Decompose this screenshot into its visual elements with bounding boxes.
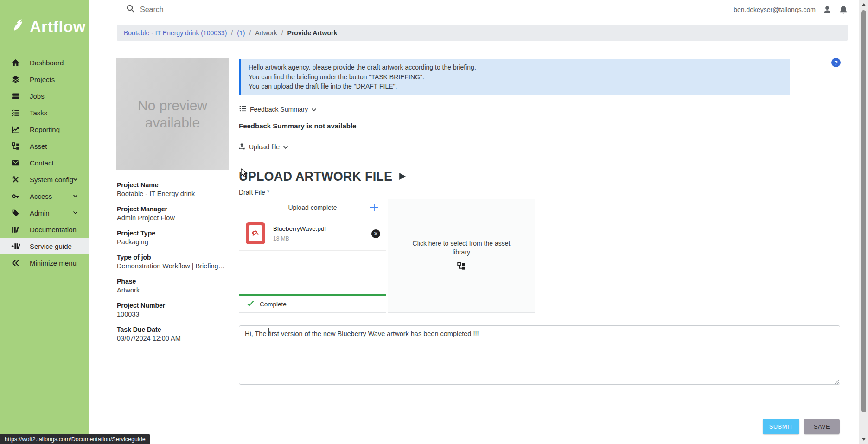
- file-uploader-panel: Upload complete BlueberryWave.pdf 18 MB …: [239, 199, 386, 313]
- submit-button[interactable]: SUBMIT: [763, 419, 799, 434]
- save-button[interactable]: SAVE: [804, 419, 840, 434]
- search-input[interactable]: [140, 6, 335, 14]
- pdf-file-icon: [246, 222, 265, 244]
- sidebar-item-label: Asset: [30, 142, 47, 150]
- upload-status-text: Upload complete: [288, 204, 337, 211]
- user-icon[interactable]: [823, 5, 832, 14]
- upload-file-toggle[interactable]: Upload file: [238, 142, 288, 152]
- app-logo[interactable]: Artflow: [0, 0, 89, 53]
- detail-project-type: Project Type Packaging: [117, 229, 233, 247]
- key-icon: [11, 192, 20, 201]
- sidebar-item-label: Access: [30, 192, 52, 200]
- library-plus-icon: [11, 242, 20, 251]
- scrollbar-thumb[interactable]: [861, 10, 866, 412]
- scroll-up-arrow[interactable]: [862, 3, 866, 6]
- section-title: UPLOAD ARTWORK FILE: [239, 170, 407, 184]
- artwork-preview-placeholder: No preview available: [116, 58, 229, 170]
- text-caret: [268, 328, 269, 336]
- asset-library-label: Click here to select from the asset libr…: [408, 239, 515, 257]
- breadcrumb: Bootable - IT Energy drink (100033) / (1…: [117, 25, 848, 41]
- asset-library-picker[interactable]: Click here to select from the asset libr…: [388, 199, 535, 313]
- scroll-down-arrow[interactable]: [862, 438, 866, 441]
- sidebar-item-service-guide[interactable]: Service guide: [0, 238, 89, 254]
- upload-complete-label: Complete: [260, 301, 287, 308]
- page-scrollbar[interactable]: [859, 0, 868, 444]
- sidebar-item-projects[interactable]: Projects: [0, 71, 89, 88]
- sidebar-item-label: Projects: [30, 76, 55, 83]
- uploader-header: Upload complete: [239, 199, 386, 216]
- sidebar-nav: Dashboard Projects: [0, 53, 89, 271]
- sidebar-item-contact[interactable]: Contact: [0, 154, 89, 171]
- form-divider-line: [236, 52, 236, 412]
- layers-icon: [11, 75, 20, 84]
- feedback-empty-message: Feedback Summary is not available: [239, 122, 356, 130]
- breadcrumb-project-link[interactable]: Bootable - IT Energy drink (100033): [124, 29, 227, 37]
- sidebar-item-minimize-menu[interactable]: Minimize menu: [0, 254, 89, 271]
- breadcrumb-separator: /: [249, 29, 251, 37]
- search-icon: [126, 4, 135, 15]
- upload-icon: [238, 142, 246, 152]
- sidebar-item-tasks[interactable]: Tasks: [0, 104, 89, 121]
- sidebar-item-label: Jobs: [30, 92, 45, 100]
- sidebar-item-asset[interactable]: Asset: [0, 138, 89, 154]
- breadcrumb-separator: /: [281, 29, 283, 37]
- sidebar-item-documentation[interactable]: Documentation: [0, 221, 89, 238]
- uploaded-file-row: BlueberryWave.pdf 18 MB ✕: [239, 216, 386, 251]
- breadcrumb-separator: /: [231, 29, 233, 37]
- file-name[interactable]: BlueberryWave.pdf: [273, 225, 326, 232]
- footer-divider: [236, 416, 849, 416]
- detail-project-manager: Project Manager Admin Project Flow: [117, 205, 233, 222]
- sidebar-item-admin[interactable]: Admin: [0, 204, 89, 221]
- help-button[interactable]: ?: [831, 58, 841, 67]
- question-mark-icon: ?: [834, 59, 838, 66]
- sidebar-item-dashboard[interactable]: Dashboard: [0, 54, 89, 71]
- sidebar-item-label: Dashboard: [30, 59, 64, 67]
- notifications-bell-icon[interactable]: [839, 5, 848, 14]
- collapse-icon: [11, 259, 20, 267]
- sidebar-item-label: Tasks: [30, 109, 47, 117]
- sidebar-item-access[interactable]: Access: [0, 188, 89, 204]
- chevron-down-icon: [311, 106, 317, 113]
- sidebar-item-label: Minimize menu: [30, 259, 77, 267]
- jobs-icon: [11, 92, 20, 101]
- remove-file-button[interactable]: ✕: [371, 229, 380, 238]
- sidebar-item-reporting[interactable]: Reporting: [0, 121, 89, 138]
- chart-icon: [11, 125, 20, 134]
- check-icon: [247, 300, 254, 308]
- resize-handle-icon[interactable]: [834, 378, 839, 384]
- library-icon: [11, 225, 20, 234]
- sidebar-item-label: System config: [30, 176, 73, 184]
- tools-icon: [11, 175, 20, 184]
- summary-list-icon: [239, 105, 247, 114]
- sidebar-item-label: Service guide: [30, 242, 72, 250]
- uploader-footer: Complete: [239, 296, 386, 312]
- sidebar-item-label: Admin: [30, 209, 50, 217]
- close-icon: ✕: [373, 230, 378, 237]
- breadcrumb-job-link[interactable]: (1): [237, 29, 245, 37]
- search-bar[interactable]: [126, 0, 335, 19]
- sidebar-item-jobs[interactable]: Jobs: [0, 88, 89, 104]
- asset-tree-icon: [457, 261, 466, 273]
- detail-project-name: Project Name Bootable - IT Energy drink: [117, 181, 233, 198]
- sidebar-item-label: Documentation: [30, 226, 77, 234]
- logo-text: Artflow: [30, 18, 86, 36]
- sidebar-item-label: Reporting: [30, 126, 60, 133]
- briefing-info-box: Hello artwork agency, please provide the…: [239, 59, 790, 95]
- checklist-icon: [11, 108, 20, 117]
- draft-file-label: Draft File *: [239, 189, 269, 196]
- sidebar-item-label: Contact: [30, 159, 54, 167]
- breadcrumb-current-page: Provide Artwork: [287, 29, 338, 37]
- feedback-summary-label: Feedback Summary: [250, 106, 308, 113]
- comment-textarea[interactable]: Hi, The first version of the new Blueber…: [239, 325, 840, 385]
- asset-tree-icon: [11, 142, 20, 151]
- sidebar-item-system-config[interactable]: System config: [0, 171, 89, 188]
- add-file-button[interactable]: [368, 202, 380, 214]
- detail-task-due-date: Task Due Date 03/07/2024 12:00 AM: [117, 325, 233, 343]
- home-icon: [11, 58, 20, 67]
- app-screen: Artflow Dashboard Projects: [0, 0, 868, 444]
- sidebar: Artflow Dashboard Projects: [0, 0, 89, 444]
- feedback-summary-toggle[interactable]: Feedback Summary: [239, 105, 317, 114]
- play-icon: [398, 170, 407, 184]
- section-title-text: UPLOAD ARTWORK FILE: [239, 170, 392, 184]
- mail-icon: [11, 159, 20, 167]
